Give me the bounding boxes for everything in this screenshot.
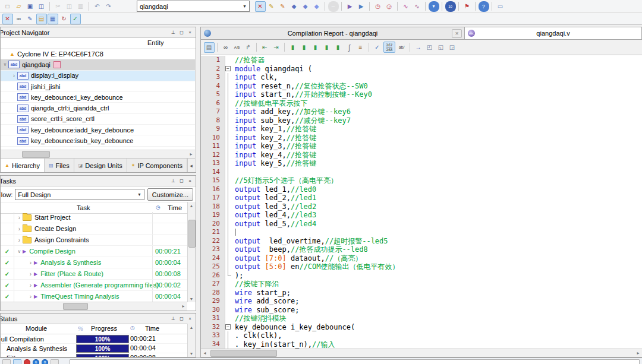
task-row[interactable]: ✓›▶Analysis & Synthesis00:00:04 <box>1 257 187 268</box>
attach-icon[interactable] <box>344 42 355 53</box>
task-row[interactable]: ›Start Project <box>1 212 187 223</box>
code-editor[interactable]: 1//抢答器2−module qiangdaqi (3input clk,4in… <box>201 56 642 350</box>
bookmark-next-icon[interactable] <box>310 42 321 53</box>
expander-icon[interactable]: › <box>16 226 23 232</box>
bookmark-icon[interactable] <box>288 42 298 53</box>
expander-icon[interactable]: › <box>16 237 23 243</box>
expander-icon[interactable]: › <box>27 271 34 277</box>
tree-item[interactable]: abdqiangda_ctrl:i_qiandda_ctrl <box>1 103 195 113</box>
customize-button[interactable]: Customize... <box>147 188 193 201</box>
scroll-down-icon[interactable]: ▼ <box>188 350 195 357</box>
bookmark-delete-icon[interactable] <box>322 42 332 53</box>
clear-changes-icon[interactable] <box>255 1 266 12</box>
feedback-icon[interactable] <box>495 1 506 12</box>
find-icon[interactable] <box>221 42 231 53</box>
undo-icon[interactable] <box>92 1 103 12</box>
editor-tab-1[interactable]: Compilation Report - qiangdaqi✕ <box>201 27 465 39</box>
tree-item[interactable]: abdkey_debounce:iadd_key_debounce <box>1 125 195 135</box>
expander-icon[interactable]: › <box>16 214 23 221</box>
task-row[interactable]: ✓›▶TimeQuest Timing Analysis00:00:04 <box>1 291 187 302</box>
tab-scroll-right-icon[interactable]: ▸ <box>194 163 195 169</box>
view-block-1-icon[interactable] <box>424 42 435 53</box>
help-icon[interactable] <box>479 1 489 12</box>
decrease-indent-icon[interactable] <box>260 42 270 53</box>
float-icon[interactable]: ◻ <box>178 29 185 36</box>
view-block-3-icon[interactable] <box>447 42 458 53</box>
navigator-tab-design-units[interactable]: ◪Design Units <box>74 159 127 172</box>
tree-item[interactable]: ∨abdqiangdaqi <box>1 59 195 70</box>
messages-info-count-badge[interactable]: 8 <box>42 359 48 364</box>
fold-collapse-icon[interactable]: − <box>225 65 234 74</box>
edit-pen-icon[interactable] <box>25 14 36 24</box>
expander-icon[interactable]: › <box>27 259 34 266</box>
expander-icon[interactable]: ∨ <box>16 249 23 254</box>
compile-tool-3-icon[interactable] <box>311 1 322 12</box>
scroll-up-icon[interactable]: ▲ <box>188 324 195 331</box>
project-selector-dropdown[interactable]: qiangdaqi ▼ <box>137 1 250 12</box>
close-icon[interactable]: × <box>186 177 194 185</box>
messages-tool-icon[interactable] <box>2 359 11 364</box>
compile-tool-1-icon[interactable] <box>289 1 300 12</box>
messages-error-filter-icon[interactable] <box>24 359 30 364</box>
tree-item[interactable]: ▲Cyclone IV E: EP4CE6F17C8 <box>1 49 195 59</box>
scroll-down-icon[interactable]: ▼ <box>188 295 195 302</box>
status-vertical-scrollbar[interactable]: ▲ ▼ <box>187 324 196 357</box>
task-row[interactable]: ✓∨▶Compile Design00:00:21 <box>1 246 187 257</box>
messages-filter-icon[interactable] <box>13 359 21 364</box>
check-document-icon[interactable] <box>70 14 81 24</box>
view-block-2-icon[interactable] <box>436 42 446 53</box>
navigator-tab-files[interactable]: ▤Files <box>45 159 74 172</box>
navigator-tab-ip-components[interactable]: ✶IP Components <box>127 159 187 172</box>
pin-icon[interactable]: ⊥ <box>169 315 177 322</box>
tasks-vertical-scrollbar[interactable]: ▲ ▼ <box>187 202 196 302</box>
open-file-icon[interactable] <box>14 1 24 12</box>
start-analysis-icon[interactable] <box>356 1 367 12</box>
expander-icon[interactable]: ∨ <box>2 62 8 67</box>
expander-icon[interactable]: › <box>11 72 17 79</box>
timequest-icon[interactable] <box>373 1 383 12</box>
pin-icon[interactable]: ⊥ <box>169 177 177 185</box>
bookmark-add-icon[interactable] <box>299 42 310 53</box>
replace-icon[interactable] <box>232 42 243 53</box>
close-tab-icon[interactable]: ✕ <box>452 29 462 38</box>
goto-line-icon[interactable] <box>243 42 254 53</box>
expander-icon[interactable]: › <box>27 293 34 300</box>
redo-icon[interactable] <box>103 1 114 12</box>
windows-layout-icon[interactable] <box>48 14 58 24</box>
scroll-right-icon[interactable]: ▸ <box>634 349 642 356</box>
editor-horizontal-scrollbar[interactable]: ◂ ▸ <box>201 349 642 357</box>
compile-tool-2-icon[interactable] <box>300 1 311 12</box>
float-icon[interactable]: ◻ <box>178 315 185 322</box>
timequest-report-icon[interactable] <box>384 1 395 12</box>
tree-item[interactable]: abdkey_debounce:isub_key_debounce <box>1 135 195 146</box>
refresh-icon[interactable] <box>59 14 70 24</box>
tree-item[interactable]: abdjishi:i_jishi <box>1 81 195 92</box>
increase-indent-icon[interactable] <box>271 42 282 53</box>
pin-icon[interactable]: ⊥ <box>169 29 177 36</box>
close-icon[interactable]: × <box>186 315 194 322</box>
programmer-icon[interactable] <box>429 1 439 12</box>
fold-collapse-icon[interactable]: − <box>225 323 234 332</box>
tab-scroll-left-icon[interactable]: ◂ <box>188 163 194 169</box>
smart-debug-pencil-icon[interactable] <box>266 1 277 12</box>
macro-icon[interactable] <box>355 42 366 53</box>
simulator-icon[interactable] <box>445 1 456 12</box>
tree-item[interactable]: abdscore_crtl:i_score_crtl <box>1 114 195 125</box>
technology-map-viewer-icon[interactable] <box>412 1 423 12</box>
navigator-tab-hierarchy[interactable]: ▲Hierarchy <box>1 159 45 172</box>
flow-dropdown[interactable]: Full Design ▼ <box>15 189 144 200</box>
scroll-up-icon[interactable]: ▲ <box>188 202 195 209</box>
new-file-icon[interactable] <box>2 1 13 12</box>
bookmark-delete-all-icon[interactable] <box>333 42 344 53</box>
comment-toggle-icon[interactable] <box>396 42 407 53</box>
task-row[interactable]: ✓›▶Fitter (Place & Route)00:00:08 <box>1 268 187 280</box>
save-all-icon[interactable] <box>36 1 47 12</box>
word-wrap-icon[interactable] <box>413 42 424 53</box>
messages-warning-count-badge[interactable]: 6 <box>33 359 39 364</box>
tree-item[interactable]: abdkey_debounce:i_key_debounce <box>1 92 195 103</box>
scroll-right-icon[interactable]: ▸ <box>187 150 195 157</box>
task-row[interactable]: ✓›▶Assembler (Generate programming files… <box>1 280 187 291</box>
scroll-right-icon[interactable]: ▸ <box>180 302 187 309</box>
scroll-left-icon[interactable]: ◂ <box>201 349 209 356</box>
tasks-horizontal-scrollbar[interactable]: ▸ <box>1 302 187 311</box>
